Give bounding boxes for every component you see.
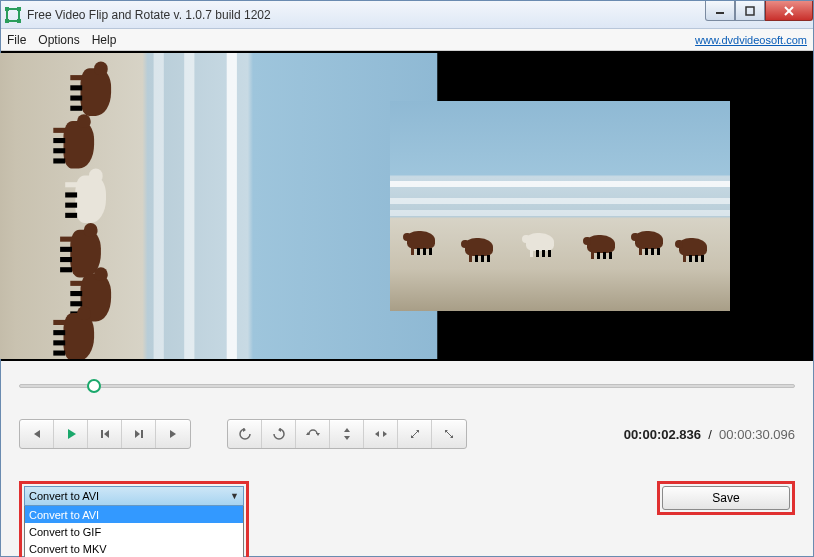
- prev-frame-button[interactable]: [20, 420, 54, 448]
- format-select-value[interactable]: Convert to AVI ▼: [24, 486, 244, 506]
- svg-rect-6: [746, 7, 754, 15]
- step-back-button[interactable]: [88, 420, 122, 448]
- svg-rect-2: [17, 7, 21, 11]
- step-forward-button[interactable]: [122, 420, 156, 448]
- svg-line-11: [412, 431, 418, 437]
- controls-area: 00:00:02.836 / 00:00:30.096 Convert to A…: [1, 361, 813, 556]
- transform-group: [227, 419, 467, 449]
- window-controls: [705, 1, 813, 21]
- svg-rect-3: [5, 19, 9, 23]
- svg-line-12: [446, 431, 452, 437]
- menu-help[interactable]: Help: [92, 33, 117, 47]
- time-display: 00:00:02.836 / 00:00:30.096: [624, 427, 795, 442]
- minimize-button[interactable]: [705, 1, 735, 21]
- format-option[interactable]: Convert to AVI: [25, 506, 243, 523]
- menubar: File Options Help www.dvdvideosoft.com: [1, 29, 813, 51]
- button-row: 00:00:02.836 / 00:00:30.096: [19, 419, 795, 449]
- flip-diagonal1-button[interactable]: [398, 420, 432, 448]
- svg-rect-10: [141, 430, 143, 438]
- website-link[interactable]: www.dvdvideosoft.com: [695, 34, 807, 46]
- menu-options[interactable]: Options: [38, 33, 79, 47]
- svg-rect-4: [17, 19, 21, 23]
- save-highlight: Save: [657, 481, 795, 515]
- playback-group: [19, 419, 191, 449]
- close-button[interactable]: [765, 1, 813, 21]
- preview-rotated: [84, 51, 264, 361]
- next-frame-button[interactable]: [156, 420, 190, 448]
- timeline-slider[interactable]: [19, 371, 795, 401]
- menu-file[interactable]: File: [7, 33, 26, 47]
- svg-rect-1: [5, 7, 9, 11]
- save-button[interactable]: Save: [662, 486, 790, 510]
- bottom-row: Convert to AVI ▼ Convert to AVI Convert …: [19, 481, 795, 557]
- play-button[interactable]: [54, 420, 88, 448]
- flip-diagonal2-button[interactable]: [432, 420, 466, 448]
- app-window: Free Video Flip and Rotate v. 1.0.7 buil…: [0, 0, 814, 557]
- maximize-button[interactable]: [735, 1, 765, 21]
- titlebar: Free Video Flip and Rotate v. 1.0.7 buil…: [1, 1, 813, 29]
- svg-rect-9: [101, 430, 103, 438]
- rotate-cw-button[interactable]: [262, 420, 296, 448]
- format-option[interactable]: Convert to GIF: [25, 523, 243, 540]
- window-title: Free Video Flip and Rotate v. 1.0.7 buil…: [27, 8, 809, 22]
- app-icon: [5, 7, 21, 23]
- format-highlight: Convert to AVI ▼ Convert to AVI Convert …: [19, 481, 249, 557]
- total-time: 00:00:30.096: [719, 427, 795, 442]
- chevron-down-icon: ▼: [230, 491, 239, 501]
- rotate-ccw-button[interactable]: [228, 420, 262, 448]
- video-preview-area: [1, 51, 813, 361]
- current-time: 00:00:02.836: [624, 427, 701, 442]
- flip-vertical-button[interactable]: [330, 420, 364, 448]
- slider-thumb[interactable]: [87, 379, 101, 393]
- rotate-180-button[interactable]: [296, 420, 330, 448]
- preview-original: [390, 101, 730, 311]
- format-option[interactable]: Convert to MKV: [25, 540, 243, 557]
- format-select[interactable]: Convert to AVI ▼ Convert to AVI Convert …: [24, 486, 244, 557]
- flip-horizontal-button[interactable]: [364, 420, 398, 448]
- format-options: Convert to AVI Convert to GIF Convert to…: [24, 506, 244, 557]
